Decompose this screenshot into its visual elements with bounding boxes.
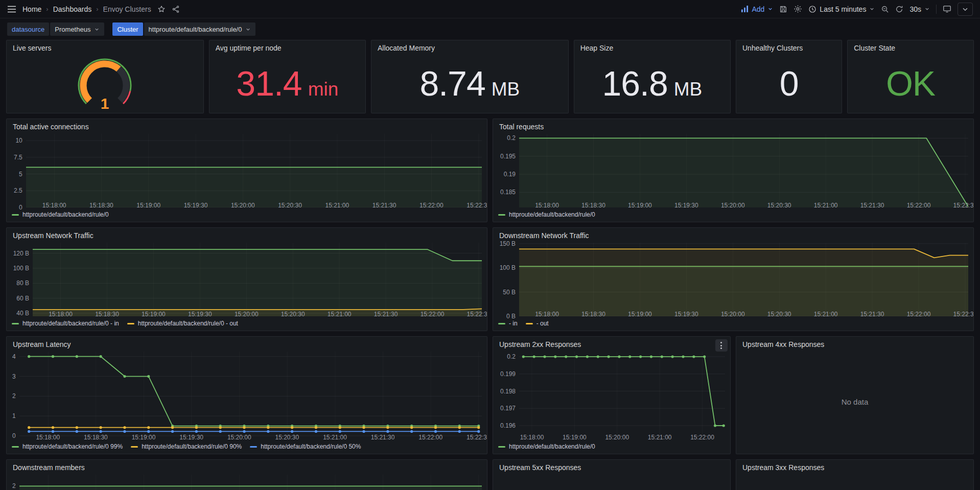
zoom-out-button[interactable]	[881, 5, 889, 13]
legend-item[interactable]: httproute/default/backend/rule/0 50%	[250, 443, 361, 450]
toolbar-collapse-button[interactable]	[958, 3, 973, 16]
panel-title: Upstream Network Traffic	[13, 231, 481, 240]
breadcrumb-dashboards[interactable]: Dashboards	[53, 5, 92, 13]
chart-canvas	[519, 134, 968, 207]
x-tick-label: 15:18:30	[84, 434, 108, 440]
legend-item[interactable]: httproute/default/backend/rule/0 - in	[12, 320, 119, 327]
y-axis: 0 B50 B100 B150 B	[496, 243, 519, 318]
x-tick-label: 15:20:00	[227, 434, 251, 440]
add-button-label: Add	[752, 5, 764, 13]
panel-total-requests: Total requests 0.1850.190.1950.2 15:18:0…	[493, 119, 974, 222]
chart-canvas	[26, 134, 482, 207]
panel-title-bar[interactable]: Heap Size	[574, 40, 730, 53]
x-tick-label: 15:20:30	[767, 202, 791, 208]
time-range-picker[interactable]: Last 5 minutes	[808, 5, 875, 13]
stat-unit: min	[308, 79, 339, 100]
x-tick-label: 15:22:30	[466, 434, 487, 440]
panel-title-bar[interactable]: Live servers	[7, 40, 203, 53]
x-tick-label: 15:21:00	[325, 202, 349, 208]
breadcrumb-home[interactable]: Home	[22, 5, 41, 13]
panel-title: Cluster State	[854, 44, 967, 52]
y-tick-label: 80 B	[16, 280, 29, 286]
legend: httproute/default/backend/rule/0 - inhtt…	[7, 318, 487, 331]
save-dashboard-button[interactable]	[779, 5, 787, 13]
x-tick-label: 15:22:00	[907, 202, 931, 208]
panel-title-bar[interactable]: Upstream Network Traffic	[7, 228, 487, 241]
refresh-button[interactable]	[895, 5, 903, 13]
legend-item[interactable]: httproute/default/backend/rule/0	[498, 443, 595, 450]
panel-title: Avg uptime per node	[216, 44, 359, 52]
plot-area[interactable]	[26, 134, 482, 200]
y-tick-label: 1	[12, 413, 16, 419]
panel-upstream-2xx-responses: Upstream 2xx Responses 0.1960.1970.1980.…	[493, 336, 731, 454]
legend-item[interactable]: httproute/default/backend/rule/0	[12, 211, 109, 218]
legend-item[interactable]: - in	[498, 320, 518, 327]
legend-item[interactable]: httproute/default/backend/rule/0	[498, 211, 595, 218]
legend-swatch	[250, 446, 257, 448]
toolbar-divider	[936, 5, 937, 14]
panel-total-active-connections: Total active connections 02.557.510 15:1…	[6, 119, 487, 222]
legend-item[interactable]: httproute/default/backend/rule/0 99%	[12, 443, 123, 450]
stat-value-group: 16.8 MB	[602, 66, 702, 101]
add-button[interactable]: Add	[741, 5, 773, 13]
chart-canvas	[19, 475, 482, 490]
x-tick-label: 15:20:00	[721, 202, 745, 208]
panel-title-bar[interactable]: Total active connections	[7, 119, 487, 132]
plot-area[interactable]	[19, 352, 482, 432]
x-tick-label: 15:18:00	[36, 434, 60, 440]
cluster-variable-select[interactable]: httproute/default/backend/rule/0	[144, 22, 256, 36]
y-tick-label: 0 B	[506, 313, 516, 319]
panel-title-bar[interactable]: Upstream 4xx Responses	[736, 337, 973, 349]
stat-value: 31.4	[236, 66, 301, 101]
panel-title: Live servers	[13, 44, 197, 52]
dashboard-settings-button[interactable]	[794, 5, 802, 13]
legend: httproute/default/backend/rule/0 99%http…	[7, 441, 487, 454]
refresh-interval-picker[interactable]: 30s	[909, 5, 930, 13]
plot-area[interactable]	[19, 475, 482, 490]
stat-value: OK	[886, 66, 935, 101]
stat-value: 8.74	[419, 66, 485, 101]
panel-title-bar[interactable]: Allocated Memory	[371, 40, 568, 53]
x-tick-label: 15:19:00	[136, 202, 160, 208]
panel-title: Downstream members	[13, 463, 481, 472]
legend-item[interactable]: httproute/default/backend/rule/0 90%	[131, 443, 242, 450]
plot-area[interactable]	[33, 243, 482, 309]
panel-title-bar[interactable]: Downstream members	[7, 460, 487, 473]
x-tick-label: 15:22:00	[419, 202, 444, 208]
panel-title-bar[interactable]: Cluster State	[848, 40, 973, 53]
panel-title: Upstream 2xx Responses	[499, 340, 724, 348]
panel-title-bar[interactable]: Upstream 3xx Responses	[736, 460, 973, 473]
panel-title-bar[interactable]: Upstream Latency	[7, 337, 487, 349]
legend-item[interactable]: httproute/default/backend/rule/0 - out	[127, 320, 238, 327]
x-tick-label: 15:22:00	[421, 311, 445, 317]
legend: httproute/default/backend/rule/0	[7, 209, 487, 222]
panel-title-bar[interactable]: Downstream Network Traffic	[493, 228, 973, 241]
x-tick-label: 15:21:30	[860, 311, 884, 317]
favorite-button[interactable]	[157, 5, 166, 13]
legend: httproute/default/backend/rule/0	[493, 209, 973, 222]
menu-button[interactable]	[7, 6, 16, 13]
panel-title-bar[interactable]: Total requests	[493, 119, 973, 132]
plot-area[interactable]	[519, 352, 725, 432]
kiosk-mode-button[interactable]	[943, 5, 951, 13]
panel-title: Upstream 3xx Responses	[742, 463, 967, 472]
datasource-variable-select[interactable]: Prometheus	[50, 22, 104, 36]
panel-title-bar[interactable]: Avg uptime per node	[209, 40, 365, 53]
plot-area[interactable]	[519, 134, 968, 200]
panel-title-bar[interactable]: Unhealthy Clusters	[736, 40, 842, 53]
plot-area[interactable]	[519, 243, 968, 309]
x-tick-label: 15:18:30	[89, 202, 113, 208]
variable-bar: datasource Prometheus Cluster httproute/…	[0, 18, 980, 40]
x-tick-label: 15:18:30	[581, 202, 605, 208]
y-tick-label: 150 B	[500, 241, 516, 247]
y-tick-label: 0.198	[500, 388, 516, 394]
legend-item[interactable]: - out	[526, 320, 549, 327]
x-tick-label: 15:22:00	[418, 434, 442, 440]
panel-title-bar[interactable]: Upstream 5xx Responses	[493, 460, 730, 473]
live-servers-gauge: 1	[66, 55, 143, 112]
legend-swatch	[526, 323, 533, 324]
panel-title-bar[interactable]: Upstream 2xx Responses	[493, 337, 730, 349]
share-button[interactable]	[172, 5, 180, 13]
panel-menu-button[interactable]	[715, 339, 728, 352]
x-tick-label: 15:19:30	[184, 202, 208, 208]
